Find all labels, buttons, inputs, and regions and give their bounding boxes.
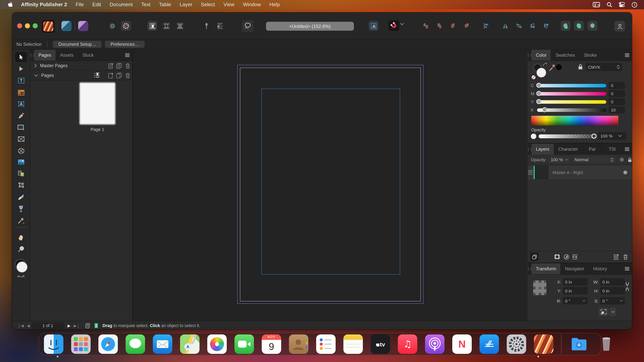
layer-name[interactable]: Master A - Right (552, 170, 583, 175)
layer-effects-fx-icon[interactable]: FX (572, 254, 578, 259)
layer-settings-gear-icon[interactable] (619, 157, 624, 162)
table-tool[interactable] (15, 87, 27, 98)
preflight-status-icon[interactable] (94, 323, 98, 328)
dock-messages[interactable] (126, 335, 145, 354)
tab-color[interactable]: Color (532, 50, 551, 61)
tab-assets[interactable]: Assets (56, 50, 78, 61)
black-slider[interactable] (537, 108, 606, 112)
magenta-slider[interactable] (537, 92, 606, 95)
link-dimensions-icon[interactable] (625, 282, 629, 291)
preferences-button[interactable]: Preferences… (105, 41, 145, 48)
dock-mail[interactable] (153, 335, 172, 354)
insertion-pin-icon[interactable] (202, 21, 211, 31)
opacity-swatch[interactable] (531, 134, 536, 139)
menu-window[interactable]: Window (238, 0, 265, 9)
no-color-swatch[interactable] (531, 75, 536, 80)
menu-help[interactable]: Help (265, 0, 284, 9)
menu-document[interactable]: Document (106, 0, 137, 9)
art-text-tool[interactable] (15, 99, 27, 109)
menu-layer[interactable]: Layer (176, 0, 196, 9)
apple-menu-icon[interactable] (0, 1, 17, 8)
black-value[interactable]: 10 (608, 106, 625, 113)
page-thumbnail[interactable] (79, 82, 116, 125)
dock-news[interactable]: N (452, 335, 472, 354)
duplicate-page-icon[interactable] (116, 72, 122, 78)
picture-frame-rectangle-tool[interactable] (15, 134, 27, 144)
color-picker-tool[interactable] (15, 215, 27, 226)
layer-visibility-dot[interactable] (624, 171, 627, 175)
tab-pages[interactable]: Pages (34, 50, 56, 61)
color-spectrum-bar[interactable] (531, 116, 618, 126)
paragraph-block-icon[interactable] (215, 21, 225, 31)
layer-row[interactable]: Master A - Right (528, 166, 632, 180)
opacity-slider[interactable] (538, 134, 596, 138)
x-field[interactable]: 0 in (563, 278, 588, 286)
dock-system-settings[interactable] (507, 335, 526, 354)
tab-swatches[interactable]: Swatches (551, 50, 580, 61)
account-icon[interactable] (614, 21, 625, 31)
dock-finder[interactable] (44, 335, 64, 354)
master-indicator-icon[interactable] (94, 72, 100, 78)
dock-app-store[interactable] (480, 335, 499, 354)
layers-panel-menu-icon[interactable] (622, 144, 632, 155)
move-backward-icon[interactable] (448, 21, 458, 31)
previous-page-icon[interactable]: ◀ (27, 323, 30, 328)
s-field[interactable]: 0 ° (600, 297, 625, 305)
panel-grip[interactable]: ❙❙ (30, 50, 34, 61)
tab-stock[interactable]: Stock (78, 50, 98, 61)
zoom-tool[interactable] (15, 244, 27, 254)
designer-persona-button[interactable] (62, 21, 72, 31)
tab-layers[interactable]: Layers (532, 144, 554, 155)
pen-tool[interactable] (15, 111, 27, 121)
opacity-dropdown-chevron[interactable] (616, 132, 626, 140)
rectangle-tool[interactable] (15, 122, 27, 133)
vector-crop-tool[interactable] (15, 180, 27, 190)
color-mode-select[interactable]: CMYK (586, 63, 622, 71)
magenta-value[interactable]: 0 (608, 90, 625, 97)
snapshot-lasso-icon[interactable] (242, 20, 254, 32)
dock-maps[interactable] (180, 335, 200, 354)
pages-panel-menu-icon[interactable] (122, 50, 132, 61)
zoom-button[interactable] (33, 23, 38, 28)
dock-notes[interactable] (344, 335, 363, 354)
color-panel-menu-icon[interactable] (622, 50, 632, 61)
menu-file[interactable]: File (71, 0, 88, 9)
layer-thumbnail[interactable] (535, 166, 548, 179)
tab-text-styles[interactable]: TSt (602, 144, 622, 155)
blend-mode-select[interactable]: Normal (572, 156, 616, 163)
keyboard-switcher-icon[interactable]: ⌘ (593, 2, 600, 7)
duplicate-master-page-icon[interactable] (116, 63, 122, 69)
add-master-page-icon[interactable] (108, 63, 114, 69)
dock-facetime[interactable] (234, 335, 254, 354)
photo-persona-button[interactable] (78, 21, 88, 31)
publisher-persona-button[interactable] (42, 20, 55, 33)
flip-horizontal-icon[interactable] (500, 21, 510, 31)
color-selector[interactable] (14, 259, 28, 273)
fill-color-well[interactable] (536, 68, 546, 78)
clock-icon[interactable] (632, 2, 638, 7)
add-page-icon[interactable] (108, 72, 114, 78)
tab-stroke[interactable]: Stroke (580, 50, 602, 61)
dock-launchpad[interactable] (71, 335, 90, 354)
tab-navigator[interactable]: Navigator (561, 263, 589, 274)
next-page-icon[interactable]: ▶ (68, 323, 70, 328)
search-icon[interactable] (607, 2, 612, 7)
boolean-subtract-icon[interactable] (574, 21, 584, 31)
y-field[interactable]: 0 in (563, 287, 588, 294)
tab-history[interactable]: History (589, 263, 612, 274)
menu-view[interactable]: View (219, 0, 238, 9)
layer-lock-icon[interactable] (628, 157, 632, 162)
anchor-point-selector[interactable] (533, 280, 546, 295)
text-wrap-ellipse-icon[interactable] (162, 21, 171, 31)
rotate-cw-icon[interactable] (541, 21, 551, 31)
alignment-icon[interactable] (482, 21, 491, 31)
close-button[interactable] (17, 23, 22, 28)
dock-photos[interactable] (207, 335, 227, 354)
dock-tv[interactable]: tv (370, 335, 390, 354)
yellow-value[interactable]: 0 (608, 98, 625, 105)
menu-app-name[interactable]: Affinity Publisher 2 (17, 0, 71, 9)
layers-opacity-select[interactable]: 100 % (548, 156, 570, 163)
frame-text-tool[interactable] (15, 75, 27, 85)
cyan-slider[interactable] (537, 84, 606, 87)
cyan-value[interactable]: 0 (608, 82, 625, 89)
